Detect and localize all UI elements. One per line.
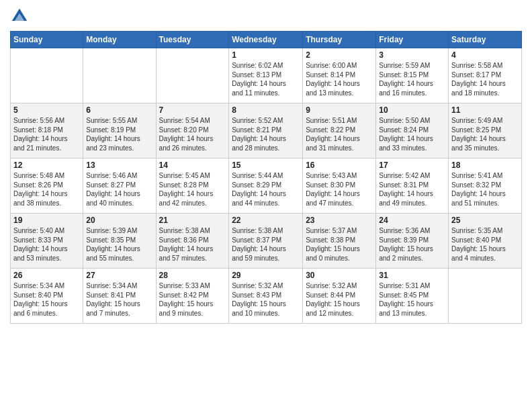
- calendar-cell: 23Sunrise: 5:37 AM Sunset: 8:38 PM Dayli…: [303, 214, 376, 269]
- calendar-cell: 29Sunrise: 5:32 AM Sunset: 8:43 PM Dayli…: [229, 269, 303, 324]
- day-number: 25: [451, 216, 519, 225]
- day-info: Sunrise: 5:32 AM Sunset: 8:44 PM Dayligh…: [306, 281, 373, 318]
- calendar-cell: [449, 269, 522, 324]
- day-number: 13: [86, 161, 152, 170]
- calendar-cell: 17Sunrise: 5:42 AM Sunset: 8:31 PM Dayli…: [376, 158, 449, 214]
- day-number: 7: [159, 105, 226, 115]
- calendar-cell: 15Sunrise: 5:44 AM Sunset: 8:29 PM Dayli…: [229, 158, 303, 214]
- day-number: 29: [232, 271, 300, 280]
- day-info: Sunrise: 5:38 AM Sunset: 8:36 PM Dayligh…: [159, 226, 226, 263]
- day-info: Sunrise: 5:49 AM Sunset: 8:25 PM Dayligh…: [451, 116, 519, 152]
- weekday-header-row: SundayMondayTuesdayWednesdayThursdayFrid…: [11, 32, 522, 48]
- day-info: Sunrise: 5:50 AM Sunset: 8:24 PM Dayligh…: [379, 116, 445, 152]
- weekday-header-tuesday: Tuesday: [156, 32, 229, 48]
- day-info: Sunrise: 5:58 AM Sunset: 8:17 PM Dayligh…: [451, 61, 519, 97]
- calendar-cell: 14Sunrise: 5:45 AM Sunset: 8:28 PM Dayli…: [156, 158, 229, 214]
- calendar-cell: 21Sunrise: 5:38 AM Sunset: 8:36 PM Dayli…: [156, 214, 229, 269]
- day-info: Sunrise: 5:51 AM Sunset: 8:22 PM Dayligh…: [306, 116, 373, 152]
- day-number: 17: [379, 161, 445, 170]
- day-info: Sunrise: 5:31 AM Sunset: 8:45 PM Dayligh…: [379, 281, 445, 318]
- logo-icon: [10, 7, 29, 26]
- day-number: 1: [232, 50, 300, 60]
- day-info: Sunrise: 5:56 AM Sunset: 8:18 PM Dayligh…: [13, 116, 80, 152]
- day-number: 19: [13, 216, 80, 225]
- calendar-cell: 18Sunrise: 5:41 AM Sunset: 8:32 PM Dayli…: [449, 158, 522, 214]
- day-number: 18: [451, 161, 519, 170]
- calendar-cell: 4Sunrise: 5:58 AM Sunset: 8:17 PM Daylig…: [449, 48, 522, 103]
- day-info: Sunrise: 5:46 AM Sunset: 8:27 PM Dayligh…: [86, 171, 152, 208]
- calendar-cell: 6Sunrise: 5:55 AM Sunset: 8:19 PM Daylig…: [83, 103, 156, 158]
- weekday-header-monday: Monday: [83, 32, 156, 48]
- day-number: 28: [159, 271, 226, 280]
- day-info: Sunrise: 5:59 AM Sunset: 8:15 PM Dayligh…: [379, 61, 445, 97]
- calendar-cell: 1Sunrise: 6:02 AM Sunset: 8:13 PM Daylig…: [229, 48, 303, 103]
- day-number: 14: [159, 161, 226, 170]
- day-number: 9: [306, 105, 373, 115]
- logo: [10, 7, 32, 26]
- day-number: 11: [451, 105, 519, 115]
- calendar-week-0: 1Sunrise: 6:02 AM Sunset: 8:13 PM Daylig…: [11, 48, 522, 103]
- calendar-week-4: 26Sunrise: 5:34 AM Sunset: 8:40 PM Dayli…: [11, 269, 522, 324]
- day-info: Sunrise: 5:44 AM Sunset: 8:29 PM Dayligh…: [232, 171, 300, 208]
- day-number: 6: [86, 105, 152, 115]
- day-info: Sunrise: 5:54 AM Sunset: 8:20 PM Dayligh…: [159, 116, 226, 152]
- calendar-cell: 31Sunrise: 5:31 AM Sunset: 8:45 PM Dayli…: [376, 269, 449, 324]
- day-info: Sunrise: 5:39 AM Sunset: 8:35 PM Dayligh…: [86, 226, 152, 263]
- day-info: Sunrise: 5:36 AM Sunset: 8:39 PM Dayligh…: [379, 226, 445, 263]
- day-number: 15: [232, 161, 300, 170]
- day-info: Sunrise: 5:41 AM Sunset: 8:32 PM Dayligh…: [451, 171, 519, 208]
- day-number: 22: [232, 216, 300, 225]
- page: SundayMondayTuesdayWednesdayThursdayFrid…: [0, 0, 532, 411]
- day-info: Sunrise: 6:02 AM Sunset: 8:13 PM Dayligh…: [232, 61, 300, 97]
- calendar-cell: 2Sunrise: 6:00 AM Sunset: 8:14 PM Daylig…: [303, 48, 376, 103]
- day-info: Sunrise: 5:32 AM Sunset: 8:43 PM Dayligh…: [232, 281, 300, 318]
- weekday-header-saturday: Saturday: [449, 32, 522, 48]
- calendar-cell: 26Sunrise: 5:34 AM Sunset: 8:40 PM Dayli…: [11, 269, 83, 324]
- calendar-table: SundayMondayTuesdayWednesdayThursdayFrid…: [10, 31, 522, 324]
- calendar-cell: 11Sunrise: 5:49 AM Sunset: 8:25 PM Dayli…: [449, 103, 522, 158]
- day-number: 16: [306, 161, 373, 170]
- calendar-cell: 27Sunrise: 5:34 AM Sunset: 8:41 PM Dayli…: [83, 269, 156, 324]
- day-number: 27: [86, 271, 152, 280]
- calendar-cell: 24Sunrise: 5:36 AM Sunset: 8:39 PM Dayli…: [376, 214, 449, 269]
- day-info: Sunrise: 5:34 AM Sunset: 8:40 PM Dayligh…: [13, 281, 80, 318]
- day-number: 8: [232, 105, 300, 115]
- calendar-cell: [11, 48, 83, 103]
- day-info: Sunrise: 5:48 AM Sunset: 8:26 PM Dayligh…: [13, 171, 80, 208]
- day-info: Sunrise: 5:38 AM Sunset: 8:37 PM Dayligh…: [232, 226, 300, 263]
- calendar-cell: 5Sunrise: 5:56 AM Sunset: 8:18 PM Daylig…: [11, 103, 83, 158]
- weekday-header-thursday: Thursday: [303, 32, 376, 48]
- calendar-cell: 16Sunrise: 5:43 AM Sunset: 8:30 PM Dayli…: [303, 158, 376, 214]
- day-info: Sunrise: 5:35 AM Sunset: 8:40 PM Dayligh…: [451, 226, 519, 263]
- day-number: 30: [306, 271, 373, 280]
- calendar-cell: 30Sunrise: 5:32 AM Sunset: 8:44 PM Dayli…: [303, 269, 376, 324]
- calendar-cell: [156, 48, 229, 103]
- calendar-cell: [83, 48, 156, 103]
- calendar-week-3: 19Sunrise: 5:40 AM Sunset: 8:33 PM Dayli…: [11, 214, 522, 269]
- calendar-cell: 28Sunrise: 5:33 AM Sunset: 8:42 PM Dayli…: [156, 269, 229, 324]
- day-number: 2: [306, 50, 373, 60]
- day-number: 4: [451, 50, 519, 60]
- calendar-cell: 20Sunrise: 5:39 AM Sunset: 8:35 PM Dayli…: [83, 214, 156, 269]
- day-number: 20: [86, 216, 152, 225]
- day-info: Sunrise: 5:43 AM Sunset: 8:30 PM Dayligh…: [306, 171, 373, 208]
- weekday-header-friday: Friday: [376, 32, 449, 48]
- day-number: 31: [379, 271, 445, 280]
- calendar-cell: 3Sunrise: 5:59 AM Sunset: 8:15 PM Daylig…: [376, 48, 449, 103]
- day-number: 23: [306, 216, 373, 225]
- calendar-cell: 13Sunrise: 5:46 AM Sunset: 8:27 PM Dayli…: [83, 158, 156, 214]
- calendar-cell: 12Sunrise: 5:48 AM Sunset: 8:26 PM Dayli…: [11, 158, 83, 214]
- day-number: 10: [379, 105, 445, 115]
- calendar-cell: 8Sunrise: 5:52 AM Sunset: 8:21 PM Daylig…: [229, 103, 303, 158]
- day-number: 24: [379, 216, 445, 225]
- day-info: Sunrise: 5:34 AM Sunset: 8:41 PM Dayligh…: [86, 281, 152, 318]
- weekday-header-wednesday: Wednesday: [229, 32, 303, 48]
- calendar-cell: 25Sunrise: 5:35 AM Sunset: 8:40 PM Dayli…: [449, 214, 522, 269]
- calendar-cell: 19Sunrise: 5:40 AM Sunset: 8:33 PM Dayli…: [11, 214, 83, 269]
- day-number: 21: [159, 216, 226, 225]
- day-number: 26: [13, 271, 80, 280]
- day-info: Sunrise: 5:55 AM Sunset: 8:19 PM Dayligh…: [86, 116, 152, 152]
- day-info: Sunrise: 6:00 AM Sunset: 8:14 PM Dayligh…: [306, 61, 373, 97]
- calendar-cell: 9Sunrise: 5:51 AM Sunset: 8:22 PM Daylig…: [303, 103, 376, 158]
- day-info: Sunrise: 5:37 AM Sunset: 8:38 PM Dayligh…: [306, 226, 373, 263]
